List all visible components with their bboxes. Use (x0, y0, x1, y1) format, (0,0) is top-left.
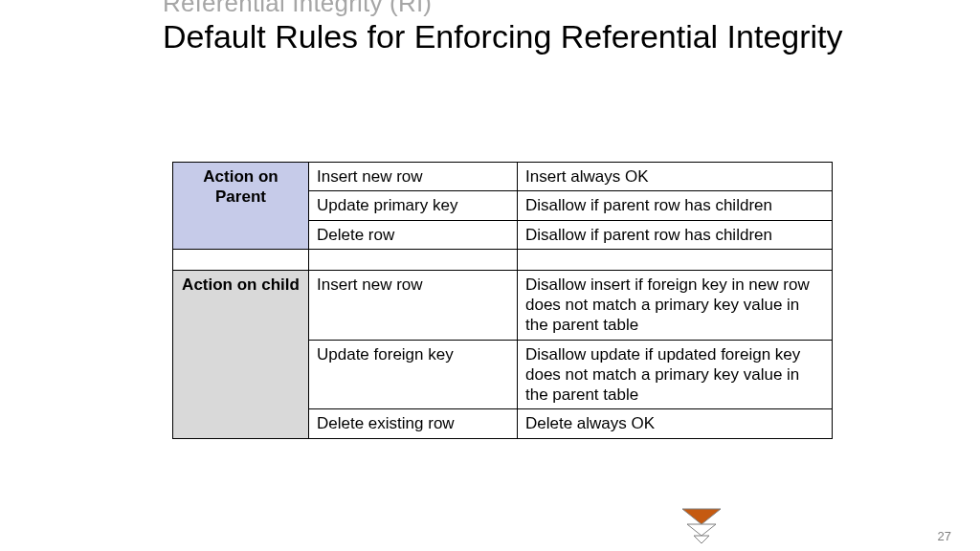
down-triangle-icon (680, 507, 723, 545)
rule-cell: Disallow if parent row has children (518, 220, 833, 249)
action-cell: Delete row (309, 220, 518, 249)
rule-cell: Disallow if parent row has children (518, 191, 833, 220)
slide-overline: Referential Integrity (RI) (163, 0, 852, 16)
section-header-child: Action on child (173, 270, 309, 438)
svg-marker-1 (687, 524, 716, 536)
page-number: 27 (938, 529, 951, 543)
spacer-row (173, 249, 833, 270)
svg-marker-2 (694, 536, 709, 543)
action-cell: Update foreign key (309, 340, 518, 409)
slide-title: Default Rules for Enforcing Referential … (163, 18, 852, 55)
rule-cell: Insert always OK (518, 163, 833, 191)
table-row: Action on Parent Insert new row Insert a… (173, 163, 833, 191)
action-cell: Insert new row (309, 163, 518, 191)
ri-rules-table: Action on Parent Insert new row Insert a… (172, 162, 833, 439)
action-cell: Insert new row (309, 270, 518, 340)
table-row: Action on child Insert new row Disallow … (173, 270, 833, 340)
rule-cell: Disallow update if updated foreign key d… (518, 340, 833, 409)
svg-marker-0 (682, 509, 721, 524)
action-cell: Delete existing row (309, 409, 518, 438)
rule-cell: Delete always OK (518, 409, 833, 438)
action-cell: Update primary key (309, 191, 518, 220)
rule-cell: Disallow insert if foreign key in new ro… (518, 270, 833, 340)
section-header-parent: Action on Parent (173, 163, 309, 250)
